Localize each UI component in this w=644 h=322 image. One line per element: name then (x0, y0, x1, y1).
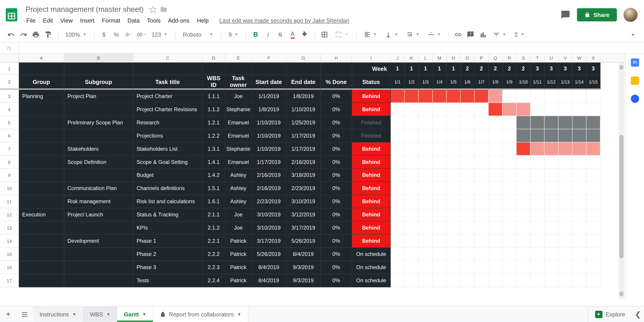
date-header[interactable]: 1/9 (502, 75, 516, 90)
undo-icon[interactable] (6, 29, 16, 40)
gantt-cell[interactable] (446, 221, 460, 235)
gantt-cell[interactable] (530, 156, 544, 169)
cell-subgroup[interactable] (64, 129, 134, 142)
gantt-cell[interactable] (572, 195, 586, 208)
cell-pct[interactable]: 0% (321, 248, 352, 261)
gantt-cell[interactable] (405, 103, 419, 116)
date-header[interactable]: 1/2 (405, 75, 419, 90)
gantt-cell[interactable] (572, 274, 586, 287)
tasks-icon[interactable] (630, 95, 639, 103)
cell-owner[interactable]: Ashley (226, 195, 252, 208)
print-icon[interactable] (30, 29, 41, 40)
cell-task[interactable]: Phase 1 (133, 235, 202, 248)
gantt-cell[interactable] (433, 129, 447, 142)
cell-pct[interactable]: 0% (321, 90, 352, 103)
gantt-cell[interactable] (433, 169, 447, 182)
field-header[interactable]: Status (352, 75, 391, 90)
cell-group[interactable] (19, 103, 64, 116)
cell-subgroup[interactable]: Scope Definition (64, 156, 134, 169)
gantt-cell[interactable] (433, 156, 447, 169)
gantt-cell[interactable] (433, 235, 447, 248)
gantt-cell[interactable] (391, 195, 405, 208)
account-avatar[interactable] (624, 8, 638, 22)
col-header-D[interactable]: D (202, 54, 226, 62)
cell-task[interactable]: Stakeholders List (133, 142, 202, 156)
week-number[interactable]: 2 (488, 63, 502, 75)
gantt-cell[interactable] (586, 103, 600, 116)
gantt-cell[interactable] (530, 221, 544, 235)
gantt-cell[interactable] (516, 142, 531, 156)
gantt-cell[interactable] (586, 195, 600, 208)
cell-pct[interactable]: 0% (321, 142, 352, 156)
gantt-cell[interactable] (558, 261, 572, 274)
week-number[interactable]: 3 (586, 63, 600, 75)
vertical-align-icon[interactable]: ▼ (382, 31, 402, 38)
cell-start[interactable]: 5/26/2019 (252, 248, 286, 261)
gantt-cell[interactable] (586, 90, 600, 103)
cell-task[interactable]: Projections (133, 129, 202, 142)
gantt-cell[interactable] (405, 142, 419, 156)
column-headers[interactable]: ABCDEFGHIJKLMNOPQRSTUVWX (0, 54, 625, 63)
gantt-cell[interactable] (460, 274, 475, 287)
vertical-scrollbar[interactable] (618, 63, 624, 299)
row-header[interactable]: 15 (0, 248, 19, 261)
cell-end[interactable]: 1/25/2019 (286, 116, 321, 129)
tab-instructions[interactable]: Instructions▼ (33, 306, 83, 322)
date-header[interactable]: 1/14 (572, 75, 586, 90)
gantt-cell[interactable] (433, 142, 447, 156)
gantt-cell[interactable] (405, 195, 419, 208)
gantt-cell[interactable] (405, 182, 419, 195)
cell-status[interactable]: Behind (352, 142, 391, 156)
row-header[interactable]: 5 (0, 116, 19, 129)
gantt-cell[interactable] (572, 129, 586, 142)
gantt-cell[interactable] (516, 116, 531, 129)
gantt-cell[interactable] (391, 248, 405, 261)
gantt-cell[interactable] (433, 103, 447, 116)
gantt-cell[interactable] (446, 248, 460, 261)
row-header[interactable]: 7 (0, 142, 19, 156)
cell-subgroup[interactable]: Risk management (64, 195, 134, 208)
gantt-cell[interactable] (544, 261, 558, 274)
gantt-cell[interactable] (586, 221, 600, 235)
gantt-cell[interactable] (516, 248, 531, 261)
gantt-cell[interactable] (391, 90, 405, 103)
cell-end[interactable]: 1/8/2019 (286, 90, 321, 103)
gantt-cell[interactable] (572, 169, 586, 182)
cell-status[interactable]: Behind (352, 208, 391, 221)
date-header[interactable]: 1/8 (488, 75, 502, 90)
gantt-cell[interactable] (418, 235, 433, 248)
cell-wbs[interactable]: 1.2.2 (202, 129, 226, 142)
comments-icon[interactable] (560, 10, 570, 20)
gantt-cell[interactable] (502, 195, 516, 208)
cell-end[interactable]: 2/23/2019 (286, 182, 321, 195)
gantt-cell[interactable] (502, 156, 516, 169)
row-header[interactable]: 2 (0, 75, 19, 90)
menu-addons[interactable]: Add-ons (165, 16, 193, 25)
gantt-cell[interactable] (530, 129, 544, 142)
gantt-cell[interactable] (391, 156, 405, 169)
gantt-cell[interactable] (530, 235, 544, 248)
gantt-cell[interactable] (544, 195, 558, 208)
row-header[interactable]: 10 (0, 182, 19, 195)
tab-gantt[interactable]: Gantt▼ (117, 306, 153, 322)
cell-owner[interactable]: Emanuel (226, 116, 252, 129)
currency-icon[interactable]: $ (99, 29, 109, 40)
gantt-cell[interactable] (460, 195, 475, 208)
cell[interactable] (19, 63, 64, 75)
gantt-cell[interactable] (516, 261, 531, 274)
cell-task[interactable]: KPIs (133, 221, 202, 235)
gantt-cell[interactable] (544, 90, 558, 103)
gantt-cell[interactable] (572, 142, 586, 156)
week-number[interactable]: 1 (446, 63, 460, 75)
gantt-cell[interactable] (586, 129, 600, 142)
gantt-cell[interactable] (418, 156, 433, 169)
cell-group[interactable] (19, 221, 64, 235)
cell-end[interactable]: 3/18/2019 (286, 169, 321, 182)
gantt-cell[interactable] (502, 90, 516, 103)
gantt-cell[interactable] (516, 221, 531, 235)
horizontal-align-icon[interactable]: ▼ (360, 31, 380, 38)
gantt-cell[interactable] (502, 169, 516, 182)
cell-group[interactable] (19, 129, 64, 142)
cell-owner[interactable]: Joe (226, 208, 252, 221)
strikethrough-icon[interactable]: S (275, 29, 286, 40)
